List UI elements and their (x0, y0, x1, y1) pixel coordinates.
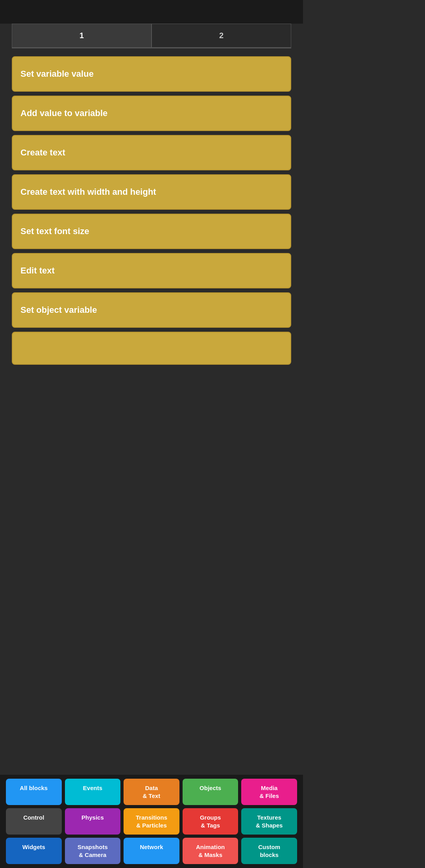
top-bg (0, 0, 303, 24)
nav-row-2: Control Physics Transitions& Particles G… (6, 808, 297, 835)
nav-media-files[interactable]: Media& Files (241, 779, 297, 805)
tab-2[interactable]: 2 (152, 24, 291, 48)
tab-bar: 1 2 (12, 24, 291, 48)
nav-row-3: Widgets Snapshots& Camera Network Animat… (6, 838, 297, 864)
nav-objects[interactable]: Objects (183, 779, 238, 805)
nav-row-1: All blocks Events Data& Text Objects Med… (6, 779, 297, 805)
nav-physics[interactable]: Physics (65, 808, 121, 835)
block-set-variable-value[interactable]: Set variable value (12, 56, 291, 92)
nav-snapshots-camera[interactable]: Snapshots& Camera (65, 838, 121, 864)
nav-widgets[interactable]: Widgets (6, 838, 62, 864)
blocks-list: Set variable value Add value to variable… (0, 52, 303, 369)
nav-custom-blocks[interactable]: Customblocks (241, 838, 297, 864)
block-add-value-to-variable[interactable]: Add value to variable (12, 96, 291, 131)
block-partial[interactable] (12, 332, 291, 365)
nav-animation-masks[interactable]: Animation& Masks (183, 838, 238, 864)
block-create-text[interactable]: Create text (12, 135, 291, 170)
block-set-object-variable[interactable]: Set object variable (12, 292, 291, 328)
nav-data-text[interactable]: Data& Text (124, 779, 179, 805)
nav-events[interactable]: Events (65, 779, 121, 805)
bottom-nav: All blocks Events Data& Text Objects Med… (0, 775, 303, 868)
nav-control[interactable]: Control (6, 808, 62, 835)
block-set-text-font-size[interactable]: Set text font size (12, 214, 291, 249)
nav-all-blocks[interactable]: All blocks (6, 779, 62, 805)
nav-network[interactable]: Network (124, 838, 179, 864)
block-edit-text[interactable]: Edit text (12, 253, 291, 288)
nav-textures-shapes[interactable]: Textures& Shapes (241, 808, 297, 835)
block-create-text-width-height[interactable]: Create text with width and height (12, 174, 291, 210)
nav-groups-tags[interactable]: Groups& Tags (183, 808, 238, 835)
nav-transitions-particles[interactable]: Transitions& Particles (124, 808, 179, 835)
tab-1[interactable]: 1 (12, 24, 152, 48)
